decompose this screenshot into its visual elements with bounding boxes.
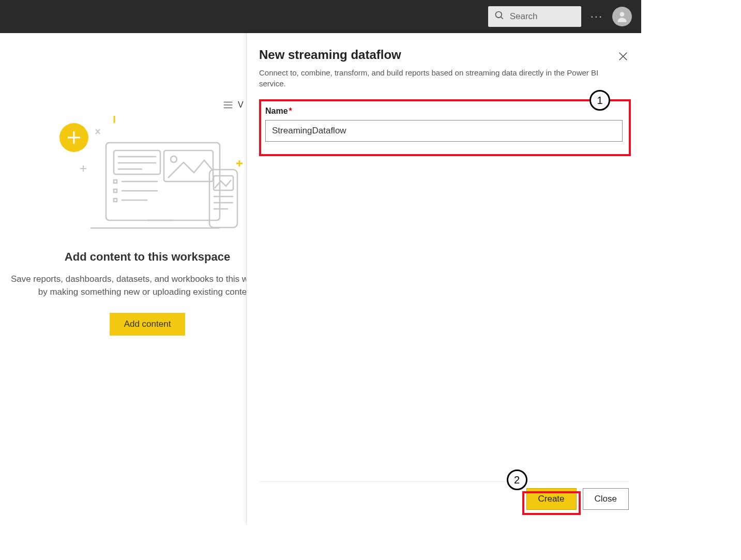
workspace-illustration-icon — [49, 112, 246, 236]
svg-point-2 — [620, 12, 625, 17]
svg-rect-16 — [114, 189, 117, 192]
annotation-number-2: 2 — [507, 470, 527, 490]
panel-description: Connect to, combine, transform, and buil… — [259, 67, 621, 89]
name-input[interactable] — [265, 120, 623, 142]
panel-title: New streaming dataflow — [259, 48, 401, 62]
close-icon[interactable] — [617, 51, 629, 62]
view-label: V — [238, 100, 244, 110]
svg-rect-18 — [114, 199, 117, 202]
avatar[interactable] — [612, 7, 632, 26]
more-options-icon[interactable]: ··· — [591, 10, 603, 23]
svg-point-0 — [495, 12, 502, 18]
svg-rect-12 — [164, 150, 213, 181]
annotation-number-1: 1 — [589, 90, 610, 111]
search-icon — [494, 10, 505, 23]
view-toggle[interactable]: V — [222, 99, 244, 111]
close-button[interactable]: Close — [583, 488, 629, 510]
svg-point-13 — [171, 156, 177, 162]
search-placeholder: Search — [510, 11, 538, 22]
name-field-group: 1 Name* — [259, 99, 629, 153]
add-content-button[interactable]: Add content — [110, 313, 186, 336]
new-streaming-dataflow-panel: New streaming dataflow Connect to, combi… — [246, 33, 641, 524]
create-button[interactable]: Create — [526, 488, 577, 510]
top-bar: Search ··· — [0, 0, 641, 33]
search-input[interactable]: Search — [488, 6, 581, 27]
name-field-label: Name* — [265, 107, 292, 116]
svg-line-1 — [501, 17, 503, 19]
svg-rect-14 — [114, 180, 117, 183]
panel-footer: 2 Create Close — [259, 481, 629, 510]
